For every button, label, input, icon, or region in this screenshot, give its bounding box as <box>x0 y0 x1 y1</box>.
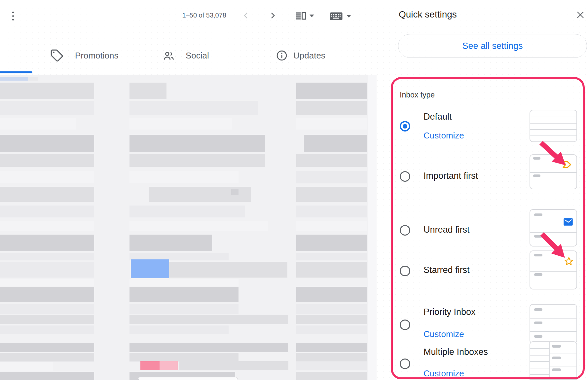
older-page-button[interactable] <box>268 11 277 20</box>
option-priority-inbox-customize-link[interactable]: Customize <box>423 329 464 339</box>
blurred-email-block <box>129 304 239 314</box>
blurred-email-block <box>28 77 38 81</box>
option-default-label[interactable]: Default <box>423 112 452 122</box>
blurred-email-block <box>0 118 76 130</box>
tab-promotions[interactable] <box>50 48 64 63</box>
thumb-line <box>530 331 576 332</box>
radio-priority-inbox[interactable] <box>400 320 410 330</box>
option-important-first-label[interactable]: Important first <box>423 171 478 181</box>
thumbnail-important-first <box>530 154 577 189</box>
blurred-email-block <box>296 83 367 99</box>
thumb-line <box>530 172 576 173</box>
thumbnail-starred-first <box>530 250 577 289</box>
blurred-email-block <box>129 315 288 324</box>
thumb-line <box>549 366 577 366</box>
blurred-email-block <box>129 287 239 302</box>
radio-important-first[interactable] <box>400 171 410 182</box>
thumb-line <box>530 361 549 362</box>
tab-updates-label[interactable]: Updates <box>293 51 325 61</box>
chevron-down-icon <box>347 15 351 18</box>
split-pane-toggle[interactable] <box>293 11 316 21</box>
thumb-line <box>530 271 576 272</box>
thumb-line <box>530 318 576 319</box>
list-scrollbar-track[interactable] <box>368 75 377 380</box>
panel-header-divider <box>389 69 588 69</box>
blurred-email-block <box>296 325 367 334</box>
thumb-line <box>530 232 576 233</box>
thumbnail-default <box>530 110 577 142</box>
option-priority-inbox-label[interactable]: Priority Inbox <box>423 307 476 317</box>
thumb-pill <box>533 174 540 177</box>
blurred-email-block <box>129 206 245 217</box>
blurred-email-block <box>296 287 367 302</box>
blurred-email-block <box>296 362 367 370</box>
panel-title: Quick settings <box>399 9 457 20</box>
tabs-divider <box>0 74 368 74</box>
chevron-down-icon <box>310 15 314 17</box>
tab-social[interactable] <box>162 49 176 63</box>
blurred-email-block <box>296 353 367 361</box>
blurred-email-block <box>0 325 94 334</box>
blurred-email-block <box>129 171 239 183</box>
active-tab-indicator <box>0 71 32 73</box>
blurred-email-block <box>296 118 367 130</box>
radio-default[interactable] <box>400 121 410 132</box>
blurred-email-block <box>129 221 268 231</box>
star-icon <box>564 256 574 267</box>
thumb-line <box>530 348 549 349</box>
thumbnail-multiple-inboxes <box>530 341 577 380</box>
see-all-settings-button[interactable]: See all settings <box>398 34 587 58</box>
tab-promotions-label[interactable]: Promotions <box>75 51 119 61</box>
blurred-email-block <box>0 77 28 81</box>
tab-social-label[interactable]: Social <box>186 51 209 61</box>
blurred-email-block <box>129 343 288 352</box>
option-unread-first-label[interactable]: Unread first <box>423 225 470 235</box>
thumb-pill <box>534 213 542 216</box>
blurred-email-block <box>129 135 265 152</box>
dot <box>12 19 14 20</box>
blurred-email-block <box>129 101 258 115</box>
tab-updates[interactable] <box>275 49 288 62</box>
blurred-email-block <box>0 262 94 278</box>
blurred-email-block <box>296 262 367 278</box>
thumb-line <box>549 354 577 354</box>
option-multiple-inboxes-label[interactable]: Multiple Inboxes <box>423 347 488 357</box>
radio-multiple-inboxes[interactable] <box>400 359 410 369</box>
thumb-line <box>530 374 549 375</box>
close-panel-button[interactable] <box>575 9 586 20</box>
thumb-line <box>530 129 576 130</box>
people-icon <box>163 50 175 62</box>
inbox-type-section-label: Inbox type <box>400 91 435 99</box>
blurred-email-block <box>0 279 94 286</box>
email-list[interactable] <box>0 75 368 380</box>
blurred-email-block <box>0 171 94 183</box>
blurred-email-block <box>296 235 367 251</box>
thumb-line <box>530 123 576 124</box>
option-default-customize-link[interactable]: Customize <box>423 131 464 141</box>
blurred-email-block <box>296 187 367 202</box>
newer-page-button[interactable] <box>241 11 251 20</box>
blurred-email-block <box>131 259 169 278</box>
split-pane-icon <box>296 12 306 20</box>
horizontal-scrollbar-thumb[interactable] <box>138 377 238 380</box>
thumb-line <box>530 117 576 117</box>
blurred-email-block <box>296 315 367 324</box>
importance-marker-icon <box>562 161 572 169</box>
blurred-email-block <box>129 118 232 130</box>
blurred-email-block <box>0 83 94 99</box>
option-starred-first-label[interactable]: Starred first <box>423 265 470 275</box>
option-multiple-inboxes-customize-link[interactable]: Customize <box>423 368 464 379</box>
thumb-pill <box>552 345 561 348</box>
radio-unread-first[interactable] <box>400 225 410 236</box>
thumbnail-priority-inbox <box>530 304 577 344</box>
more-menu-button[interactable] <box>10 9 16 23</box>
thumb-pill <box>534 335 542 338</box>
blurred-email-block <box>0 135 94 152</box>
thumb-pill <box>534 254 542 256</box>
input-tools-button[interactable] <box>329 11 352 21</box>
radio-dot <box>403 124 407 129</box>
blurred-email-block <box>296 343 367 352</box>
blurred-email-block <box>129 83 166 99</box>
blurred-email-block <box>231 189 239 195</box>
radio-starred-first[interactable] <box>400 266 410 276</box>
